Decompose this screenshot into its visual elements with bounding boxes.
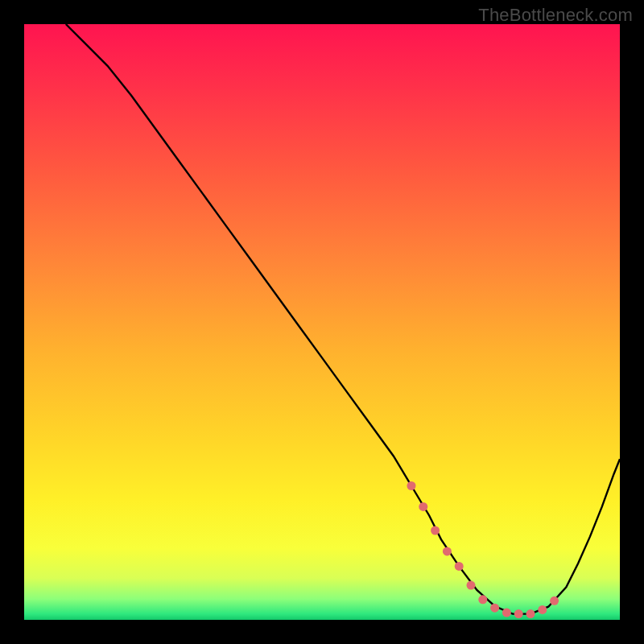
highlight-dot: [419, 502, 427, 511]
chart-frame: [24, 24, 620, 620]
highlight-dot: [467, 581, 476, 590]
highlight-dot: [478, 595, 487, 604]
highlight-dot: [526, 609, 535, 618]
highlight-dot: [514, 609, 523, 618]
chart-background: [24, 24, 620, 620]
highlight-dot: [455, 562, 464, 571]
bottleneck-chart: [24, 24, 620, 620]
highlight-dot: [407, 481, 416, 490]
highlight-dot: [502, 609, 511, 617]
watermark-text: TheBottleneck.com: [478, 5, 633, 26]
highlight-dot: [490, 604, 499, 613]
highlight-dot: [443, 547, 452, 555]
highlight-dot: [431, 526, 440, 535]
highlight-dot: [538, 605, 547, 614]
highlight-dot: [550, 597, 559, 605]
